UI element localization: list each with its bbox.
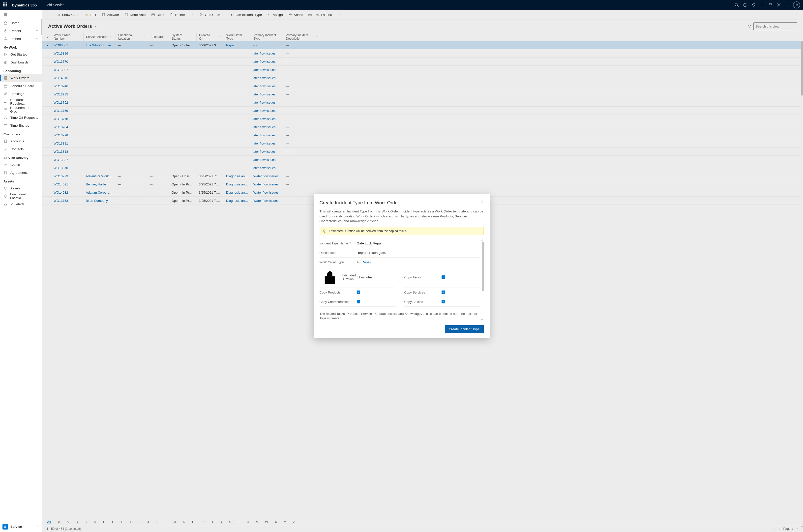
nav-get-started[interactable]: Get Started xyxy=(0,50,42,58)
sidebar-scrollbar[interactable] xyxy=(41,19,42,35)
nav-label: Get Started xyxy=(11,53,27,56)
nav-contacts[interactable]: Contacts xyxy=(0,145,42,153)
area-label: Service xyxy=(11,525,22,529)
nav-section-customers: Customers xyxy=(0,129,42,137)
chevron-down-icon xyxy=(36,29,38,33)
location-icon xyxy=(3,194,7,198)
incident-type-name-label: Incident Type Name* xyxy=(320,242,357,245)
nav-label: IoT Alerts xyxy=(11,202,24,206)
nav-agreements[interactable]: Agreements xyxy=(0,169,42,176)
dialog-description: This will create an Incident Type from t… xyxy=(320,209,484,224)
cube-icon xyxy=(3,186,7,190)
chevron-down-icon xyxy=(36,37,38,41)
nav-recent[interactable]: Recent xyxy=(0,27,42,35)
info-icon xyxy=(323,229,326,233)
nav-resource-requirements[interactable]: Resource Require... xyxy=(0,98,42,106)
nav-assets[interactable]: Assets xyxy=(0,184,42,192)
description-field[interactable]: Repair broken gate. xyxy=(357,251,480,254)
copy-products-label: Copy Products xyxy=(320,290,357,294)
close-button[interactable] xyxy=(479,198,485,205)
area-switcher[interactable]: S Service xyxy=(0,521,42,532)
nav-label: Bookings xyxy=(11,92,24,96)
svg-rect-28 xyxy=(4,139,7,142)
app-name[interactable]: Field Service xyxy=(44,3,64,7)
nav-section-assets: Assets xyxy=(0,176,42,184)
lock-icon xyxy=(320,267,340,288)
copy-characteristics-label: Copy Characteristics xyxy=(320,300,357,303)
copy-articles-checkbox[interactable] xyxy=(442,300,445,303)
copy-services-label: Copy Services xyxy=(404,290,442,294)
nav-accounts[interactable]: Accounts xyxy=(0,137,42,145)
incident-type-name-field[interactable]: Gate Lock Repair xyxy=(357,242,480,245)
gear-icon[interactable] xyxy=(775,0,783,10)
create-incident-type-submit[interactable]: Create Incident Type xyxy=(445,325,483,333)
svg-rect-11 xyxy=(6,61,7,61)
global-topbar: Dynamics 365 Field Service UA xyxy=(0,0,803,10)
timeoff-icon xyxy=(3,116,7,119)
home-icon xyxy=(3,21,7,25)
nav-time-entries[interactable]: Time Entries xyxy=(0,121,42,129)
nav-pinned[interactable]: Pinned xyxy=(0,35,42,43)
svg-rect-22 xyxy=(4,109,5,110)
nav-dashboards[interactable]: Dashboards xyxy=(0,58,42,66)
copy-characteristics-checkbox[interactable] xyxy=(357,300,360,303)
nav-work-orders[interactable]: Work Orders xyxy=(0,74,42,82)
person-icon xyxy=(3,147,7,151)
svg-rect-10 xyxy=(4,61,5,62)
lookup-icon xyxy=(357,260,360,264)
nav-time-off[interactable]: Time Off Requests xyxy=(0,114,42,121)
dialog-scrollbar[interactable] xyxy=(481,240,484,320)
hamburger-icon[interactable] xyxy=(0,10,42,19)
nav-iot-alerts[interactable]: IoT Alerts xyxy=(0,200,42,208)
nav-label: Functional Locatio... xyxy=(10,192,38,200)
svg-point-18 xyxy=(6,93,7,93)
copy-services-checkbox[interactable] xyxy=(442,290,445,294)
search-icon[interactable] xyxy=(732,0,741,10)
dialog-footnote: The related Tasks, Products, Services, C… xyxy=(320,311,480,321)
dialog-info-banner: Estimated Duration will be derived from … xyxy=(320,227,484,235)
alert-icon xyxy=(3,202,7,206)
wrench-icon xyxy=(3,163,7,167)
nav-requirement-groups[interactable]: Requirement Grou... xyxy=(0,106,42,114)
list-icon xyxy=(3,100,7,103)
filter-icon[interactable] xyxy=(766,0,775,10)
lightbulb-icon[interactable] xyxy=(749,0,758,10)
scroll-thumb[interactable] xyxy=(482,242,484,291)
nav-schedule-board[interactable]: Schedule Board xyxy=(0,82,42,90)
work-order-type-label: Work Order Type xyxy=(320,260,357,264)
task-icon[interactable] xyxy=(741,0,749,10)
svg-rect-13 xyxy=(4,62,5,64)
estimated-duration-label: Estimated Duration xyxy=(320,267,357,288)
play-icon xyxy=(3,53,7,56)
nav-label: Resource Require... xyxy=(10,98,38,106)
nav-functional-locations[interactable]: Functional Locatio... xyxy=(0,192,42,200)
copy-products-checkbox[interactable] xyxy=(357,290,360,294)
nav-label: Time Off Requests xyxy=(11,116,38,119)
work-order-type-lookup[interactable]: Repair xyxy=(357,260,480,264)
group-icon xyxy=(3,108,7,112)
help-icon[interactable] xyxy=(783,0,791,10)
nav-label: Assets xyxy=(11,186,21,190)
svg-rect-12 xyxy=(6,62,7,64)
nav-label: Schedule Board xyxy=(11,84,34,88)
scroll-down-icon[interactable] xyxy=(481,318,484,321)
clock-icon xyxy=(3,29,7,33)
document-icon xyxy=(3,171,7,174)
svg-rect-24 xyxy=(4,110,5,111)
svg-rect-15 xyxy=(4,85,7,87)
scroll-up-icon[interactable] xyxy=(481,238,484,241)
copy-tasks-checkbox[interactable] xyxy=(442,276,445,279)
nav-label: Cases xyxy=(11,163,20,167)
app-launcher-icon[interactable] xyxy=(3,2,8,7)
nav-home[interactable]: Home xyxy=(0,19,42,27)
add-icon[interactable] xyxy=(758,0,766,10)
nav-bookings[interactable]: Bookings xyxy=(0,90,42,98)
user-avatar[interactable]: UA xyxy=(793,1,800,8)
svg-point-5 xyxy=(779,4,780,6)
copy-tasks-label: Copy Tasks xyxy=(404,275,442,279)
people-icon xyxy=(3,92,7,96)
dashboard-icon xyxy=(3,60,7,64)
svg-point-17 xyxy=(4,93,5,94)
nav-cases[interactable]: Cases xyxy=(0,160,42,169)
svg-line-1 xyxy=(737,5,739,7)
